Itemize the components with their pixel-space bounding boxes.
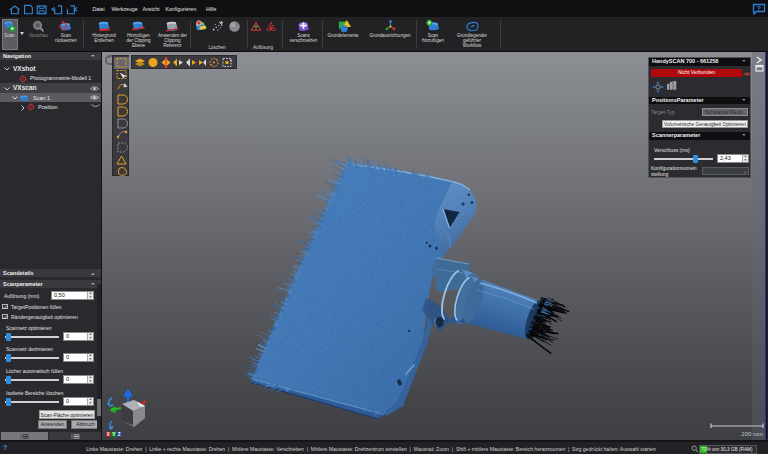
svg-text:Y: Y <box>112 432 115 437</box>
svg-text:?: ? <box>757 5 761 12</box>
svg-text:X: X <box>107 432 110 437</box>
svg-text:Z: Z <box>118 432 121 437</box>
svg-text:200 mm: 200 mm <box>741 431 763 437</box>
